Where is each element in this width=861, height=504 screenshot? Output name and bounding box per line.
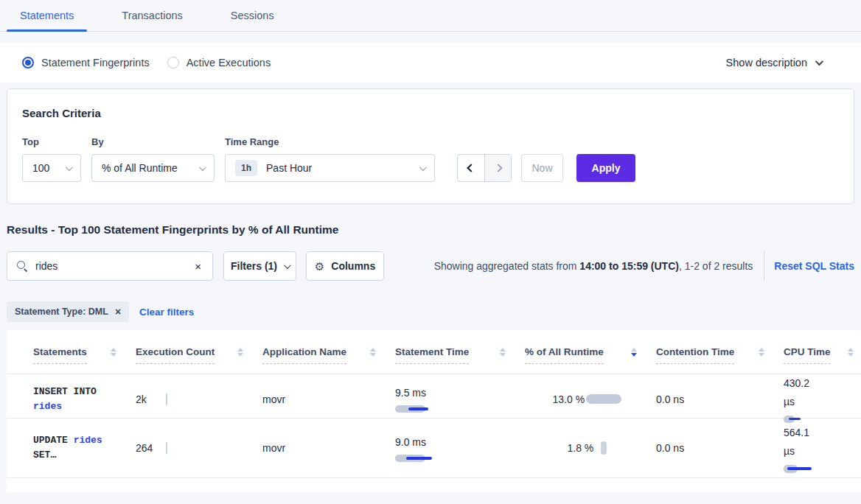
top-select[interactable]: 100 bbox=[22, 154, 81, 182]
stats-time-range: 14:00 to 15:59 (UTC) bbox=[579, 260, 679, 272]
statements-page: Statements Transactions Sessions Stateme… bbox=[0, 0, 861, 504]
column-header-pct-runtime[interactable]: % of All Runtime bbox=[525, 346, 656, 358]
column-header-statements[interactable]: Statements bbox=[7, 346, 136, 358]
pct-runtime-cell: 13.0 % bbox=[525, 374, 656, 424]
statement-table-link[interactable]: rides bbox=[33, 399, 128, 414]
application-name-cell: movr bbox=[262, 374, 395, 424]
statement-cell[interactable]: INSERT INTO rides bbox=[7, 374, 136, 424]
tab-transactions[interactable]: Transactions bbox=[108, 10, 195, 31]
time-nav-group bbox=[457, 154, 512, 182]
contention-time-value: 0.0 ns bbox=[656, 442, 776, 454]
pct-runtime-value: 1.8 % bbox=[568, 438, 601, 458]
statement-cell[interactable]: UPDATE rides SET… bbox=[7, 419, 136, 477]
columns-button[interactable]: ⚙ Columns bbox=[306, 251, 384, 281]
vertical-divider bbox=[764, 251, 764, 281]
time-prev-button[interactable] bbox=[458, 155, 484, 181]
remove-filter-icon[interactable]: × bbox=[115, 307, 121, 317]
cpu-time-cell: 564.1 µs bbox=[784, 419, 861, 477]
by-select[interactable]: % of All Runtime bbox=[91, 154, 215, 182]
top-field: Top 100 bbox=[22, 136, 81, 182]
by-label: By bbox=[91, 136, 215, 147]
time-next-button[interactable] bbox=[484, 155, 511, 181]
table-header-row: Statements Execution Count Application N… bbox=[7, 330, 861, 374]
time-range-field: Time Range 1h Past Hour bbox=[225, 136, 435, 182]
apply-button[interactable]: Apply bbox=[576, 154, 635, 182]
execution-count-bar bbox=[166, 393, 167, 405]
application-name-value: movr bbox=[262, 393, 388, 405]
chevron-left-icon bbox=[467, 164, 475, 172]
execution-count-cell: 264 bbox=[136, 419, 262, 477]
reset-sql-stats-link[interactable]: Reset SQL Stats bbox=[774, 260, 854, 272]
show-description-toggle[interactable]: Show description bbox=[726, 57, 839, 69]
filters-button-label: Filters (1) bbox=[231, 260, 277, 272]
sort-icon bbox=[237, 348, 243, 357]
pct-runtime-bar bbox=[586, 394, 621, 404]
time-range-value: Past Hour bbox=[266, 162, 312, 174]
top-select-value: 100 bbox=[32, 162, 49, 174]
cpu-time-bar bbox=[784, 416, 854, 424]
sort-icon bbox=[370, 348, 376, 357]
column-header-application-name[interactable]: Application Name bbox=[262, 346, 395, 358]
radio-label: Statement Fingerprints bbox=[41, 57, 150, 69]
table-row: UPDATE rides SET… 264 movr 9.0 ms 1.8 % bbox=[7, 419, 861, 478]
statement-search-box: × bbox=[7, 251, 213, 281]
statement-time-cell: 9.0 ms bbox=[395, 419, 525, 477]
column-header-statement-time[interactable]: Statement Time bbox=[395, 346, 525, 358]
search-criteria-title: Search Criteria bbox=[22, 107, 839, 119]
cpu-time-value: 564.1 µs bbox=[784, 424, 819, 461]
statement-keyword: INSERT INTO bbox=[33, 385, 128, 399]
chevron-down-icon bbox=[199, 164, 206, 171]
by-field: By % of All Runtime bbox=[91, 136, 215, 182]
show-description-label: Show description bbox=[726, 57, 807, 69]
statement-table-link[interactable]: rides bbox=[74, 435, 102, 446]
column-header-contention-time[interactable]: Contention Time bbox=[656, 346, 784, 358]
contention-time-cell: 0.0 ns bbox=[656, 374, 784, 424]
search-input[interactable] bbox=[35, 260, 193, 272]
statement-time-cell: 9.5 ms bbox=[395, 374, 525, 424]
gear-icon: ⚙ bbox=[315, 261, 324, 272]
time-range-label: Time Range bbox=[225, 136, 435, 147]
application-name-value: movr bbox=[262, 442, 388, 454]
column-header-cpu-time[interactable]: CPU Time bbox=[784, 346, 861, 358]
radio-active-executions[interactable]: Active Executions bbox=[167, 57, 271, 69]
filters-button[interactable]: Filters (1) bbox=[223, 251, 296, 281]
sort-icon bbox=[848, 348, 854, 357]
execution-count-value: 264 bbox=[136, 442, 255, 454]
filter-chip-label: Statement Type: DML bbox=[15, 307, 108, 317]
statement-time-value: 9.5 ms bbox=[395, 385, 517, 401]
statements-table: Statements Execution Count Application N… bbox=[7, 330, 861, 492]
chevron-right-icon bbox=[494, 164, 502, 172]
pct-runtime-value: 13.0 % bbox=[553, 390, 586, 409]
radio-unselected-icon bbox=[167, 57, 179, 69]
column-header-execution-count[interactable]: Execution Count bbox=[136, 346, 262, 358]
clear-filters-link[interactable]: Clear filters bbox=[139, 307, 194, 318]
chevron-down-icon bbox=[66, 164, 73, 171]
top-label: Top bbox=[22, 136, 81, 147]
sort-icon bbox=[111, 348, 116, 357]
time-range-select[interactable]: 1h Past Hour bbox=[225, 154, 435, 182]
table-row: INSERT INTO rides 2k movr 9.5 ms 13.0 % bbox=[7, 374, 861, 419]
statement-suffix: SET… bbox=[33, 448, 128, 463]
sort-icon-active-desc bbox=[631, 348, 637, 357]
now-button[interactable]: Now bbox=[521, 154, 563, 182]
chevron-down-icon bbox=[284, 262, 291, 269]
view-toggle-bar: Statement Fingerprints Active Executions… bbox=[0, 43, 861, 83]
statement-time-bar bbox=[395, 455, 517, 463]
execution-count-cell: 2k bbox=[136, 374, 262, 424]
chevron-down-icon bbox=[815, 57, 823, 66]
aggregated-stats-text: Showing aggregated stats from 14:00 to 1… bbox=[434, 260, 753, 272]
by-select-value: % of All Runtime bbox=[102, 162, 178, 174]
search-criteria-panel: Search Criteria Top 100 By % of All Runt… bbox=[7, 88, 854, 204]
tab-statements[interactable]: Statements bbox=[7, 10, 87, 31]
sort-icon bbox=[759, 348, 764, 357]
clear-search-icon[interactable]: × bbox=[193, 260, 203, 273]
filter-chip-statement-type[interactable]: Statement Type: DML × bbox=[7, 301, 129, 322]
results-heading: Results - Top 100 Statement Fingerprints… bbox=[7, 223, 861, 237]
radio-label: Active Executions bbox=[187, 57, 271, 69]
contention-time-value: 0.0 ns bbox=[656, 393, 776, 405]
statement-time-value: 9.0 ms bbox=[395, 434, 517, 450]
tab-sessions[interactable]: Sessions bbox=[217, 10, 287, 31]
cpu-time-value: 430.2 µs bbox=[784, 374, 819, 411]
radio-statement-fingerprints[interactable]: Statement Fingerprints bbox=[22, 57, 150, 69]
sort-icon bbox=[500, 348, 506, 357]
